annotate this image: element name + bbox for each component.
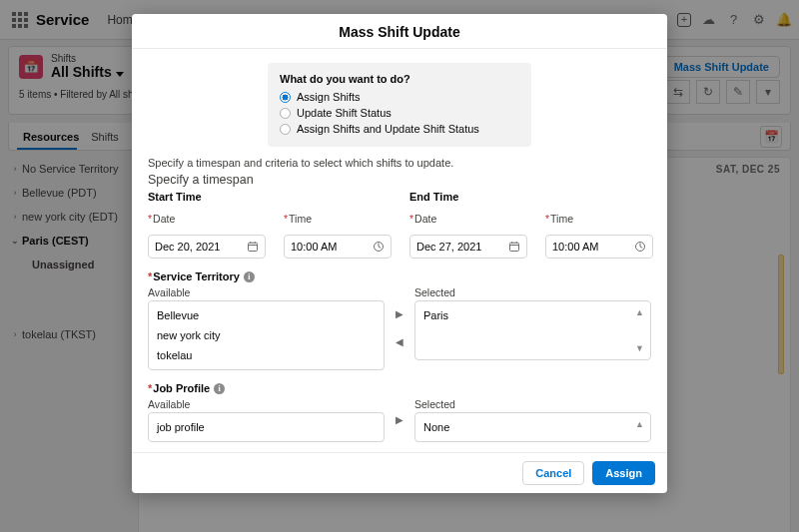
assign-button[interactable]: Assign [592,461,655,485]
app-root: Service Home + ☁ ? ⚙ 🔔 📅 Shifts All Shif… [0,0,799,532]
action-selection-box: What do you want to do? Assign Shifts Up… [268,63,531,147]
available-label: Available [148,396,385,412]
radio-icon [280,124,291,135]
start-time-sublabel: Time [284,213,392,225]
calendar-icon [247,241,259,253]
svg-rect-5 [510,243,519,251]
start-time-label: Start Time [148,191,392,203]
modal-footer: Cancel Assign [132,452,667,493]
list-item[interactable]: job profile [149,417,384,437]
clock-icon [634,241,646,253]
modal-overlay: Mass Shift Update What do you want to do… [0,0,799,532]
start-time-input[interactable]: 10:00 AM [284,235,392,259]
move-right-button[interactable]: ▶ [394,307,405,319]
list-item[interactable]: Paris [415,305,650,325]
list-item[interactable]: None [415,417,650,437]
end-date-input[interactable]: Dec 27, 2021 [409,235,527,259]
selected-label: Selected [414,396,651,412]
modal-title: Mass Shift Update [132,14,667,49]
job-selected-list[interactable]: None ▲ [414,412,651,442]
cancel-button[interactable]: Cancel [522,461,584,485]
territory-selected-list[interactable]: Paris ▲ ▼ [414,300,651,360]
territory-available-list[interactable]: Bellevue new york city tokelau [148,300,385,370]
radio-icon [280,108,291,119]
move-up-button[interactable]: ▲ [635,307,644,317]
clock-icon [373,241,385,253]
job-profile-label: Job Profile [148,382,210,394]
end-time-label: End Time [409,191,653,203]
move-down-button[interactable]: ▼ [635,343,644,353]
list-item[interactable]: new york city [149,325,384,345]
start-date-input[interactable]: Dec 20, 2021 [148,235,266,259]
end-time-sublabel: Time [545,213,653,225]
mass-shift-update-modal: Mass Shift Update What do you want to do… [132,14,667,493]
info-icon[interactable]: i [214,383,225,394]
info-icon[interactable]: i [244,271,255,282]
move-right-button[interactable]: ▶ [394,413,405,425]
radio-update-status[interactable]: Update Shift Status [280,105,519,121]
move-left-button[interactable]: ◀ [394,335,405,347]
list-item[interactable]: tokelau [149,345,384,365]
modal-body: What do you want to do? Assign Shifts Up… [132,49,667,442]
end-date-label: Date [409,213,527,225]
radio-assign-and-update[interactable]: Assign Shifts and Update Shift Status [280,121,519,137]
action-question: What do you want to do? [280,73,519,85]
move-up-button[interactable]: ▲ [635,419,644,429]
calendar-icon [508,241,520,253]
end-time-input[interactable]: 10:00 AM [545,235,653,259]
timespan-header: Specify a timespan [148,173,651,187]
job-available-list[interactable]: job profile [148,412,385,442]
selected-label: Selected [414,284,651,300]
svg-rect-0 [249,243,258,251]
radio-assign-shifts[interactable]: Assign Shifts [280,89,519,105]
start-date-label: Date [148,213,266,225]
list-item[interactable]: Bellevue [149,305,384,325]
instruction-text: Specify a timespan and criteria to selec… [148,157,651,169]
job-profile-picker: Available job profile ▶ Selected None ▲ [148,396,651,442]
available-label: Available [148,284,385,300]
radio-icon [280,92,291,103]
service-territory-picker: Available Bellevue new york city tokelau… [148,284,651,370]
service-territory-label: Service Territory [148,270,240,282]
